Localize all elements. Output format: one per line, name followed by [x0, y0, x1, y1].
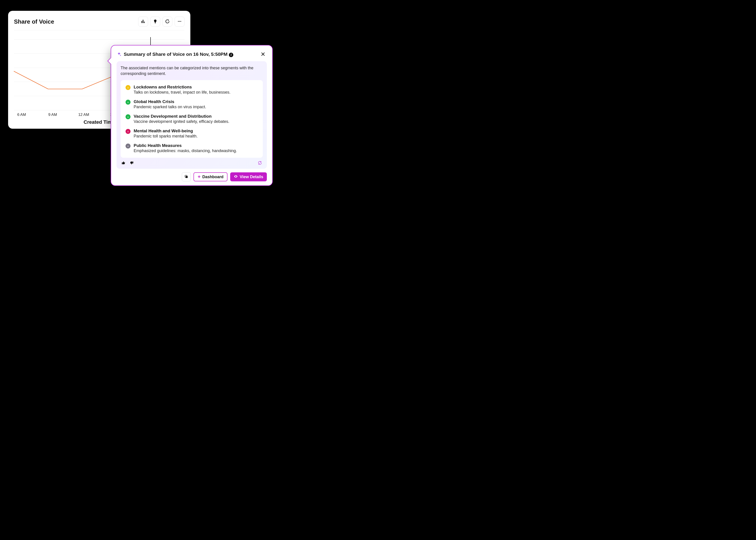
add-dashboard-button[interactable]: + Dashboard — [193, 172, 227, 181]
svg-point-14 — [128, 116, 129, 117]
x-tick-label: 6 AM — [15, 112, 28, 117]
svg-point-6 — [179, 21, 180, 22]
svg-point-8 — [127, 87, 128, 87]
summary-header: Summary of Share of Voice on 16 Nov, 5:5… — [117, 51, 267, 58]
segment-item: Vaccine Development and DistributionVacc… — [126, 114, 258, 124]
svg-point-17 — [127, 146, 128, 146]
svg-point-15 — [127, 131, 128, 131]
segment-desc: Pandemic sparked talks on virus impact. — [134, 105, 206, 109]
thumbs-up-icon — [121, 161, 126, 166]
x-tick-label: 12 AM — [77, 112, 90, 117]
segment-item: Public Health MeasuresEmphasized guideli… — [126, 143, 258, 153]
add-dashboard-label: Dashboard — [202, 175, 223, 179]
summary-popover: Summary of Share of Voice on 16 Nov, 5:5… — [111, 45, 273, 186]
thumbs-down-icon — [130, 161, 134, 166]
segment-list: Lockdowns and RestrictionsTalks on lockd… — [121, 80, 263, 158]
chart-toolbar — [138, 17, 185, 27]
thumbs-up-button[interactable] — [121, 161, 126, 166]
sparkle-icon — [117, 52, 121, 57]
copy-icon — [184, 175, 188, 179]
svg-point-9 — [128, 87, 129, 87]
chart-axis-title: Created Time — [84, 119, 115, 125]
svg-point-12 — [128, 102, 129, 102]
refresh-icon — [165, 19, 170, 25]
bar-chart-button[interactable] — [138, 17, 148, 27]
sentiment-happy-icon — [126, 100, 131, 105]
segment-title: Global Health Crisis — [134, 99, 206, 104]
svg-rect-3 — [155, 23, 156, 23]
sentiment-sad-icon — [126, 129, 131, 134]
segment-item: Mental Health and Well-beingPandemic tol… — [126, 128, 258, 139]
summary-body: The associated mentions can be categoriz… — [117, 61, 267, 169]
svg-rect-2 — [144, 21, 145, 23]
sentiment-neutral-icon — [126, 85, 131, 90]
close-icon: ✕ — [261, 51, 266, 58]
svg-point-18 — [128, 146, 129, 146]
svg-point-16 — [128, 131, 129, 131]
summary-title: Summary of Share of Voice on 16 Nov, 5:5… — [124, 52, 257, 57]
thumbs-down-button[interactable] — [130, 161, 134, 166]
more-button[interactable] — [175, 17, 185, 27]
svg-rect-0 — [142, 21, 142, 23]
segment-item: Lockdowns and RestrictionsTalks on lockd… — [126, 84, 258, 95]
chart-title: Share of Voice — [14, 18, 54, 25]
eye-icon — [234, 174, 238, 180]
ellipsis-icon — [177, 19, 182, 25]
segment-desc: Pandemic toll sparks mental health. — [134, 134, 197, 139]
segment-desc: Emphasized guidelines: masks, distancing… — [134, 149, 237, 153]
refresh-button[interactable] — [163, 17, 172, 27]
view-details-button[interactable]: View Details — [230, 172, 267, 181]
svg-point-11 — [127, 102, 128, 102]
plus-icon: + — [197, 174, 200, 179]
svg-rect-20 — [186, 176, 188, 178]
close-button[interactable]: ✕ — [259, 51, 267, 58]
summary-footer: + Dashboard View Details — [117, 172, 267, 181]
feedback-row — [121, 161, 263, 166]
segment-title: Public Health Measures — [134, 143, 237, 148]
svg-point-22 — [236, 176, 236, 177]
bar-chart-icon — [141, 19, 146, 25]
segment-title: Mental Health and Well-being — [134, 128, 197, 133]
lightbulb-icon — [153, 19, 158, 25]
svg-point-5 — [178, 21, 179, 22]
sentiment-flat-icon — [126, 144, 131, 149]
svg-point-13 — [127, 116, 128, 117]
regenerate-icon — [258, 161, 262, 166]
chart-header: Share of Voice — [14, 17, 185, 27]
summary-intro: The associated mentions can be categoriz… — [121, 65, 263, 76]
segment-desc: Talks on lockdowns, travel, impact on li… — [134, 90, 230, 95]
info-icon[interactable]: i — [229, 53, 233, 57]
copy-button[interactable] — [182, 172, 191, 181]
segment-item: Global Health CrisisPandemic sparked tal… — [126, 99, 258, 109]
view-details-label: View Details — [240, 175, 263, 179]
insight-button[interactable] — [150, 17, 160, 27]
segment-title: Vaccine Development and Distribution — [134, 114, 229, 119]
segment-desc: Vaccine development ignited safety, effi… — [134, 119, 229, 124]
segment-title: Lockdowns and Restrictions — [134, 84, 230, 89]
sentiment-happy-icon — [126, 114, 131, 119]
svg-point-7 — [181, 21, 181, 22]
svg-rect-1 — [143, 20, 143, 23]
regenerate-button[interactable] — [258, 161, 262, 166]
x-tick-label: 9 AM — [46, 112, 60, 117]
